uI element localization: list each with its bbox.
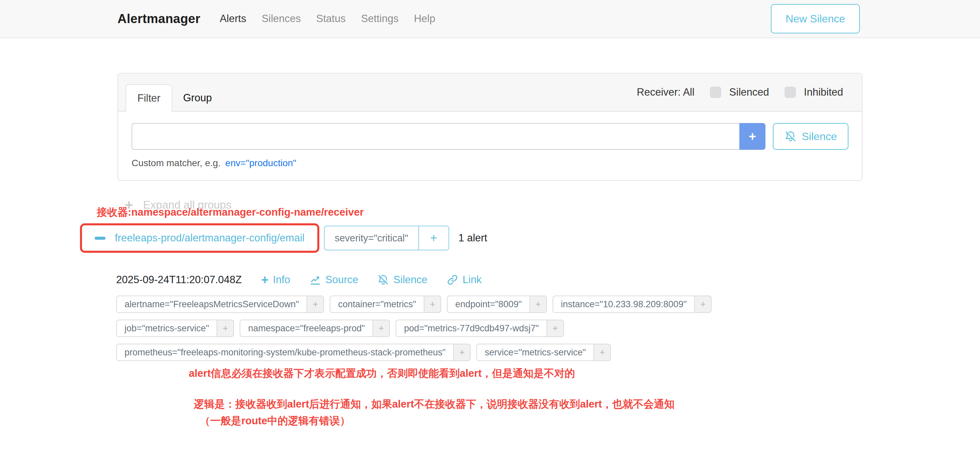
label-text: service="metrics-service" xyxy=(476,344,594,361)
alert-source-link[interactable]: Source xyxy=(310,274,358,286)
alert-labels: alertname="FreeleapsMetricsServiceDown" … xyxy=(116,296,711,361)
alert-timestamp: 2025-09-24T11:20:07.048Z xyxy=(116,274,242,286)
label-tag: service="metrics-service" + xyxy=(476,344,611,361)
hint-text: Custom matcher, e.g. xyxy=(132,158,221,168)
alert-count: 1 alert xyxy=(458,232,487,244)
matcher-input[interactable] xyxy=(132,123,739,150)
labels-row: alertname="FreeleapsMetricsServiceDown" … xyxy=(116,296,711,313)
matcher-input-row: + Silence xyxy=(132,123,848,150)
nav-link-status[interactable]: Status xyxy=(316,13,346,25)
group-key-tag: severity="critical" + xyxy=(324,226,449,250)
label-tag: alertname="FreeleapsMetricsServiceDown" … xyxy=(116,296,324,313)
alert-link-button[interactable]: Link xyxy=(447,274,482,286)
tab-group[interactable]: Group xyxy=(172,84,223,112)
info-label: Info xyxy=(273,274,290,286)
plus-icon: + xyxy=(700,299,706,310)
receiver-group-toggle[interactable]: freeleaps-prod/alertmanager-config/email xyxy=(82,225,317,251)
label-tag: container="metrics" + xyxy=(330,296,441,313)
plus-icon: + xyxy=(430,299,435,310)
plus-icon: + xyxy=(459,347,465,358)
label-add-button[interactable]: + xyxy=(547,320,564,337)
annotation-note-1: alert信息必须在接收器下才表示配置成功，否则即使能看到alert，但是通知是… xyxy=(189,366,575,380)
label-add-button[interactable]: + xyxy=(217,320,234,337)
label-add-button[interactable]: + xyxy=(373,320,390,337)
annotation-note-2: 逻辑是：接收器收到alert后进行通知，如果alert不在接收器下，说明接收器没… xyxy=(194,397,675,411)
label-tag: job="metrics-service" + xyxy=(116,320,234,337)
alert-silence-button[interactable]: Silence xyxy=(377,274,427,286)
annotation-note-3: （一般是route中的逻辑有错误） xyxy=(200,414,350,428)
label-text: namespace="freeleaps-prod" xyxy=(240,320,373,337)
labels-row: job="metrics-service" + namespace="freel… xyxy=(116,320,711,337)
inhibited-filter[interactable]: Inhibited xyxy=(784,86,843,98)
annotation-red-box: freeleaps-prod/alertmanager-config/email xyxy=(80,223,319,253)
label-text: prometheus="freeleaps-monitoring-system/… xyxy=(116,344,454,361)
inhibited-checkbox[interactable] xyxy=(784,87,796,98)
link-label: Link xyxy=(463,274,482,286)
nav-link-settings[interactable]: Settings xyxy=(361,13,399,25)
chart-icon xyxy=(310,274,321,285)
alert-meta-row: 2025-09-24T11:20:07.048Z + Info Source xyxy=(116,274,482,286)
plus-icon: + xyxy=(261,274,269,286)
add-matcher-button[interactable]: + xyxy=(739,123,765,150)
silence-filter-button[interactable]: Silence xyxy=(773,123,848,150)
filter-panel-header: Filter Group Receiver: All Silenced Inhi… xyxy=(118,74,862,112)
bell-slash-icon xyxy=(377,274,389,285)
plus-icon: + xyxy=(379,323,384,334)
label-add-button[interactable]: + xyxy=(594,344,611,361)
silenced-label: Silenced xyxy=(729,86,769,98)
tab-filter[interactable]: Filter xyxy=(126,84,172,112)
annotation-receiver-note: 接收器:namespace/altermanager-config-name/r… xyxy=(97,205,364,219)
silence-label: Silence xyxy=(393,274,427,286)
alert-info-button[interactable]: + Info xyxy=(261,274,290,286)
group-key-label: severity="critical" xyxy=(325,227,419,250)
filter-header-controls: Receiver: All Silenced Inhibited xyxy=(637,74,843,111)
labels-row: prometheus="freeleaps-monitoring-system/… xyxy=(116,344,711,361)
plus-icon: + xyxy=(223,323,228,334)
top-navbar: Alertmanager Alerts Silences Status Sett… xyxy=(0,0,980,38)
alertmanager-page: Alertmanager Alerts Silences Status Sett… xyxy=(0,0,980,450)
bell-slash-icon xyxy=(784,130,797,143)
label-tag: endpoint="8009" + xyxy=(447,296,547,313)
receiver-group-name: freeleaps-prod/alertmanager-config/email xyxy=(115,232,305,244)
receiver-filter-label[interactable]: Receiver: All xyxy=(637,86,695,98)
label-add-button[interactable]: + xyxy=(695,296,711,313)
app-brand[interactable]: Alertmanager xyxy=(118,12,200,26)
plus-icon: + xyxy=(600,347,605,358)
label-text: instance="10.233.98.209:8009" xyxy=(553,296,695,313)
minus-icon xyxy=(95,237,105,240)
label-text: endpoint="8009" xyxy=(447,296,530,313)
label-text: container="metrics" xyxy=(330,296,425,313)
new-silence-button[interactable]: New Silence xyxy=(771,4,860,33)
custom-matcher-hint: Custom matcher, e.g. env="production" xyxy=(132,158,848,168)
plus-icon: + xyxy=(536,299,541,310)
plus-icon: + xyxy=(430,231,437,245)
receiver-group-row: freeleaps-prod/alertmanager-config/email… xyxy=(80,223,487,253)
label-text: pod="metrics-77d9cdb497-wdsj7" xyxy=(396,320,547,337)
plus-icon: + xyxy=(553,323,558,334)
silenced-checkbox[interactable] xyxy=(710,87,721,98)
label-tag: pod="metrics-77d9cdb497-wdsj7" + xyxy=(396,320,564,337)
nav-link-silences[interactable]: Silences xyxy=(262,13,301,25)
label-text: alertname="FreeleapsMetricsServiceDown" xyxy=(116,296,307,313)
filter-panel-body: + Silence Custom matcher, e.g. xyxy=(118,112,862,168)
label-add-button[interactable]: + xyxy=(307,296,324,313)
plus-icon: + xyxy=(749,130,756,143)
plus-icon: + xyxy=(313,299,318,310)
link-icon xyxy=(447,274,458,285)
nav-links: Alerts Silences Status Settings Help xyxy=(220,13,435,25)
source-label: Source xyxy=(325,274,358,286)
nav-link-alerts[interactable]: Alerts xyxy=(220,13,246,25)
label-tag: namespace="freeleaps-prod" + xyxy=(240,320,390,337)
label-add-button[interactable]: + xyxy=(425,296,441,313)
group-key-add-button[interactable]: + xyxy=(419,227,449,250)
silence-filter-label: Silence xyxy=(802,130,837,143)
label-add-button[interactable]: + xyxy=(530,296,547,313)
inhibited-label: Inhibited xyxy=(804,86,843,98)
nav-link-help[interactable]: Help xyxy=(414,13,436,25)
label-tag: instance="10.233.98.209:8009" + xyxy=(553,296,712,313)
filter-panel: Filter Group Receiver: All Silenced Inhi… xyxy=(118,73,862,181)
label-tag: prometheus="freeleaps-monitoring-system/… xyxy=(116,344,471,361)
silenced-filter[interactable]: Silenced xyxy=(710,86,769,98)
matcher-example-link[interactable]: env="production" xyxy=(225,158,296,168)
label-add-button[interactable]: + xyxy=(454,344,471,361)
